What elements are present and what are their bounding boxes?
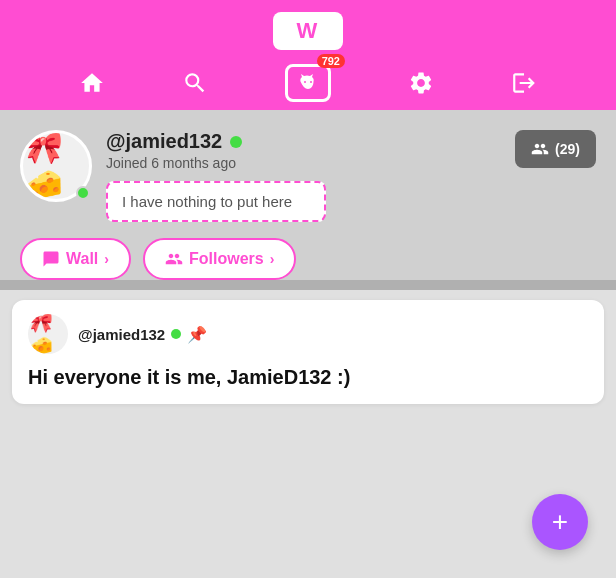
home-icon: [78, 69, 106, 97]
app-logo[interactable]: W: [273, 12, 344, 50]
fab-button[interactable]: +: [532, 494, 588, 550]
svg-point-1: [310, 81, 312, 83]
joined-text: Joined 6 months ago: [106, 155, 326, 171]
logo-bar: W: [273, 0, 344, 58]
post-card: 🎀🧀 @jamied132 📌 Hi everyone it is me, Ja…: [12, 300, 604, 404]
mascot-nav-item[interactable]: 792: [285, 64, 331, 102]
top-navigation: W 792: [0, 0, 616, 110]
svg-point-0: [304, 81, 306, 83]
mascot-icon: [285, 64, 331, 102]
post-avatar: 🎀🧀: [28, 314, 68, 354]
followers-count-button[interactable]: (29): [515, 130, 596, 168]
home-nav-item[interactable]: [78, 69, 106, 97]
settings-icon: [407, 69, 435, 97]
wall-chevron: ›: [104, 251, 109, 267]
followers-count: (29): [555, 141, 580, 157]
profile-section: 🎀🧀 @jamied132 Joined 6 months ago I have…: [0, 110, 616, 222]
bio-box[interactable]: I have nothing to put here: [106, 181, 326, 222]
wall-tab[interactable]: Wall ›: [20, 238, 131, 280]
post-username: @jamied132: [78, 326, 165, 343]
profile-header: 🎀🧀 @jamied132 Joined 6 months ago I have…: [20, 130, 596, 222]
followers-tab-label: Followers: [189, 250, 264, 268]
post-header: 🎀🧀 @jamied132 📌: [28, 314, 588, 354]
online-indicator: [230, 136, 242, 148]
followers-chevron: ›: [270, 251, 275, 267]
search-icon: [181, 69, 209, 97]
logout-nav-item[interactable]: [510, 69, 538, 97]
search-nav-item[interactable]: [181, 69, 209, 97]
followers-tab[interactable]: Followers ›: [143, 238, 296, 280]
username: @jamied132: [106, 130, 222, 153]
notification-badge: 792: [317, 54, 345, 68]
settings-nav-item[interactable]: [407, 69, 435, 97]
post-user-info: @jamied132 📌: [78, 325, 207, 344]
wall-tab-label: Wall: [66, 250, 98, 268]
profile-left: 🎀🧀 @jamied132 Joined 6 months ago I have…: [20, 130, 326, 222]
avatar-wrapper: 🎀🧀: [20, 130, 92, 202]
tabs-section: Wall › Followers ›: [0, 222, 616, 280]
online-status-dot: [76, 186, 90, 200]
nav-icons-bar: 792: [0, 58, 616, 108]
fab-label: +: [552, 506, 568, 538]
post-online-dot: [171, 329, 181, 339]
logout-icon: [510, 69, 538, 97]
profile-info: @jamied132 Joined 6 months ago I have no…: [106, 130, 326, 222]
post-body: Hi everyone it is me, JamieD132 :): [28, 364, 588, 390]
username-row: @jamied132: [106, 130, 326, 153]
pin-icon: 📌: [187, 325, 207, 344]
section-divider: [0, 280, 616, 290]
